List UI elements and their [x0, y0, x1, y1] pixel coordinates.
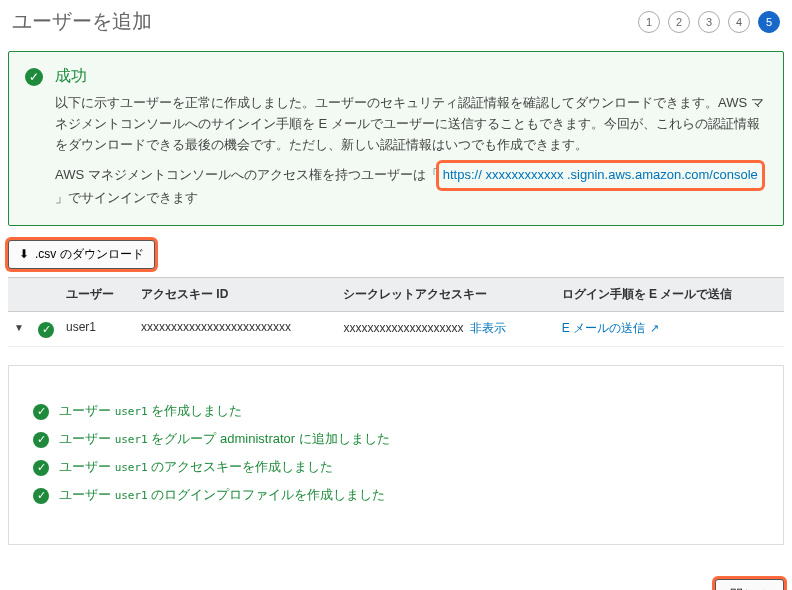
- send-email-link[interactable]: E メールの送信 ↗: [562, 321, 660, 335]
- cell-access-key: xxxxxxxxxxxxxxxxxxxxxxxxx: [135, 311, 337, 346]
- step-3[interactable]: 3: [698, 11, 720, 33]
- detail-username: user1: [115, 433, 148, 446]
- check-icon: ✓: [33, 404, 49, 420]
- download-icon: ⬇: [19, 247, 29, 261]
- col-secret: シークレットアクセスキー: [337, 277, 555, 311]
- close-button[interactable]: 閉じる: [715, 579, 784, 590]
- step-2[interactable]: 2: [668, 11, 690, 33]
- row-status-icon: ✓: [38, 322, 54, 338]
- step-4[interactable]: 4: [728, 11, 750, 33]
- table-row: ▼ ✓ user1 xxxxxxxxxxxxxxxxxxxxxxxxx xxxx…: [8, 311, 784, 346]
- external-link-icon: ↗: [650, 322, 659, 334]
- check-icon: ✓: [25, 68, 43, 86]
- check-icon: ✓: [33, 488, 49, 504]
- send-email-label: E メールの送信: [562, 321, 645, 335]
- expand-row-icon[interactable]: ▼: [14, 322, 24, 333]
- detail-accesskey: ✓ ユーザー user1 のアクセスキーを作成しました: [33, 458, 759, 476]
- detail-username: user1: [115, 461, 148, 474]
- toggle-secret-link[interactable]: 非表示: [470, 321, 506, 335]
- download-csv-button[interactable]: ⬇ .csv のダウンロード: [8, 240, 155, 269]
- success-alert: ✓ 成功 以下に示すユーザーを正常に作成しました。ユーザーのセキュリティ認証情報…: [8, 51, 784, 226]
- detail-group: ✓ ユーザー user1 をグループ administrator に追加しました: [33, 430, 759, 448]
- detail-created: ✓ ユーザー user1 を作成しました: [33, 402, 759, 420]
- detail-username: user1: [115, 405, 148, 418]
- check-icon: ✓: [33, 432, 49, 448]
- success-text-2: AWS マネジメントコンソールへのアクセス権を持つユーザーは「https:// …: [55, 163, 767, 209]
- wizard-steps: 1 2 3 4 5: [638, 11, 780, 33]
- download-csv-label: .csv のダウンロード: [35, 246, 144, 263]
- cell-username: user1: [60, 311, 135, 346]
- col-user: ユーザー: [60, 277, 135, 311]
- user-detail-panel: ✓ ユーザー user1 を作成しました ✓ ユーザー user1 をグループ …: [8, 365, 784, 545]
- col-access-key: アクセスキー ID: [135, 277, 337, 311]
- step-5[interactable]: 5: [758, 11, 780, 33]
- signin-posttext: 」でサインインできます: [55, 190, 198, 205]
- detail-username: user1: [115, 489, 148, 502]
- users-table: ユーザー アクセスキー ID シークレットアクセスキー ログイン手順を E メー…: [8, 277, 784, 347]
- step-1[interactable]: 1: [638, 11, 660, 33]
- console-signin-link[interactable]: https:// xxxxxxxxxxxx .signin.aws.amazon…: [439, 163, 762, 188]
- check-icon: ✓: [33, 460, 49, 476]
- detail-login-profile: ✓ ユーザー user1 のログインプロファイルを作成しました: [33, 486, 759, 504]
- signin-pretext: AWS マネジメントコンソールへのアクセス権を持つユーザーは「: [55, 167, 439, 182]
- page-title: ユーザーを追加: [12, 8, 152, 35]
- cell-secret-masked: xxxxxxxxxxxxxxxxxxxx: [343, 321, 463, 335]
- col-email: ログイン手順を E メールで送信: [556, 277, 784, 311]
- success-text-1: 以下に示すユーザーを正常に作成しました。ユーザーのセキュリティ認証情報を確認して…: [55, 93, 767, 155]
- success-heading: 成功: [55, 66, 767, 87]
